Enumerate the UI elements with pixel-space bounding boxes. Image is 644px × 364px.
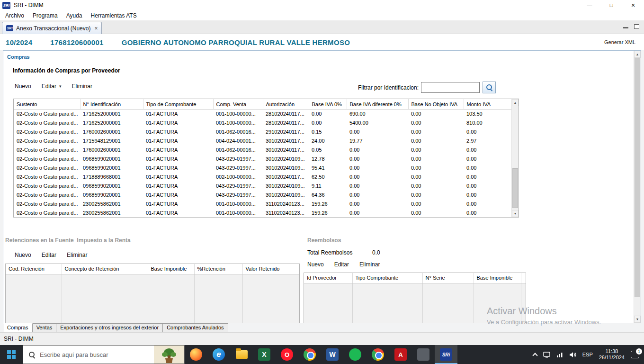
chrome-2-taskbar-button[interactable] — [367, 345, 389, 364]
tab-comprobantes-anulados[interactable]: Comprobantes Anulados — [163, 323, 228, 332]
eliminar-button[interactable]: Eliminar — [72, 83, 92, 90]
file-explorer-taskbar-button[interactable] — [230, 345, 253, 364]
panel-scrollbar[interactable]: ▲ ▼ — [634, 51, 641, 323]
menu-archivo[interactable]: Archivo — [1, 11, 28, 20]
table-row[interactable]: 02-Costo o Gasto para d...17600026000010… — [14, 127, 512, 136]
table-cell: 002-100-00000... — [213, 172, 263, 181]
maximize-view-icon[interactable] — [634, 24, 639, 29]
column-header[interactable]: Base IVA diferente 0% — [347, 99, 408, 109]
table-row[interactable]: 02-Costo o Gasto para d...17159481290010… — [14, 136, 512, 145]
filter-search-button[interactable] — [483, 82, 496, 93]
tab-close-icon[interactable]: × — [94, 25, 98, 32]
acrobat-icon: A — [394, 348, 407, 361]
table-cell: 02-Costo o Gasto para d... — [14, 199, 80, 208]
scrollbar-thumb[interactable] — [635, 58, 640, 297]
volume-icon[interactable] — [569, 352, 576, 358]
column-header[interactable]: Valor Retenido — [242, 264, 300, 274]
tab-anexo-transaccional[interactable]: SRi Anexo Transaccional (Nuevo) × — [2, 22, 102, 34]
tray-expand-icon[interactable] — [532, 353, 537, 358]
table-cell: 01-FACTURA — [143, 127, 213, 136]
word-taskbar-button[interactable]: W — [321, 345, 344, 364]
minimize-view-icon[interactable] — [623, 27, 628, 28]
search-highlight-image[interactable] — [154, 346, 184, 364]
edge-taskbar-button[interactable]: e — [207, 345, 230, 364]
nuevo-button[interactable]: Nuevo — [307, 261, 324, 268]
generate-xml-button[interactable]: Generar XML — [604, 39, 635, 45]
column-header[interactable]: N° Serie — [422, 273, 474, 283]
editar-button[interactable]: Editar ▾ — [42, 83, 62, 90]
clock[interactable]: 11:38 26/11/2024 — [599, 348, 625, 361]
column-header[interactable]: Base Imponible — [148, 264, 194, 274]
nuevo-button[interactable]: Nuevo — [15, 83, 31, 90]
sri-dimm-taskbar-button[interactable]: SRi — [435, 345, 457, 364]
table-row[interactable]: 02-Costo o Gasto para d...09685990200010… — [14, 163, 512, 172]
table-row[interactable]: 02-Costo o Gasto para d...17162520000010… — [14, 118, 512, 127]
menu-programa[interactable]: Programa — [28, 11, 62, 20]
menu-herramientas-ats[interactable]: Herramientas ATS — [87, 11, 141, 20]
compras-table-scrollbar[interactable]: ▲ ▼ — [511, 99, 519, 217]
column-header[interactable]: Monto IVA — [464, 99, 512, 109]
editar-button[interactable]: Editar — [334, 261, 349, 268]
column-header[interactable]: Cod. Retención — [6, 264, 62, 274]
table-cell: 0.00 — [464, 145, 512, 154]
filter-input[interactable] — [421, 82, 480, 93]
column-header[interactable]: Base IVA 0% — [309, 99, 347, 109]
start-button[interactable] — [0, 345, 23, 364]
spotify-taskbar-button[interactable] — [344, 345, 367, 364]
network-icon[interactable] — [556, 352, 563, 358]
close-button[interactable]: × — [622, 0, 644, 10]
table-row[interactable]: 02-Costo o Gasto para d...09685990200010… — [14, 154, 512, 163]
taskbar-search[interactable]: Escribe aquí para buscar — [23, 345, 185, 364]
scroll-down-icon[interactable]: ▼ — [512, 210, 519, 217]
column-header[interactable]: Autorización — [263, 99, 309, 109]
column-header[interactable]: Base Imponible — [474, 273, 521, 283]
column-header[interactable]: Tipo Comprobante — [352, 273, 422, 283]
nuevo-button[interactable]: Nuevo — [15, 252, 31, 258]
table-row[interactable]: 02-Costo o Gasto para d...17162520000010… — [14, 109, 512, 118]
table-row[interactable]: 02-Costo o Gasto para d...17600026000010… — [14, 145, 512, 154]
table-cell: 159.26 — [309, 199, 347, 208]
column-header[interactable]: Sustento — [14, 99, 80, 109]
editar-button[interactable]: Editar — [42, 252, 56, 258]
menu-bar: Archivo Programa Ayuda Herramientas ATS — [0, 10, 644, 20]
table-row[interactable]: 02-Costo o Gasto para d...09685990200010… — [14, 190, 512, 199]
table-row[interactable]: 02-Costo o Gasto para d...09685990200010… — [14, 181, 512, 190]
table-row[interactable]: 02-Costo o Gasto para d...23002558620010… — [14, 208, 512, 217]
table-cell: 0.00 — [464, 172, 512, 181]
column-header[interactable]: %Retención — [194, 264, 242, 274]
column-header[interactable]: Tipo de Comprobante — [143, 99, 213, 109]
language-indicator[interactable]: ESP — [582, 352, 593, 357]
column-header[interactable]: Base No Objeto IVA — [408, 99, 464, 109]
acrobat-taskbar-button[interactable]: A — [389, 345, 412, 364]
eliminar-button[interactable]: Eliminar — [359, 261, 380, 268]
scroll-down-icon[interactable]: ▼ — [634, 316, 641, 323]
firefox-taskbar-button[interactable] — [185, 345, 207, 364]
opera-taskbar-button[interactable]: O — [276, 345, 298, 364]
chrome-taskbar-button[interactable] — [298, 345, 321, 364]
maximize-button[interactable]: □ — [600, 0, 622, 10]
word-icon: W — [326, 348, 339, 361]
editar-label: Editar — [42, 83, 56, 90]
tab-exportaciones[interactable]: Exportaciones y otros ingresos del exter… — [56, 323, 163, 332]
pc-icon[interactable] — [543, 351, 550, 358]
column-header[interactable]: Id Proveedor — [304, 273, 352, 283]
column-header[interactable]: Concepto de Retención — [62, 264, 148, 274]
table-cell: 0.00 — [464, 127, 512, 136]
column-header[interactable]: Comp. Venta — [213, 99, 263, 109]
scroll-up-icon[interactable]: ▲ — [512, 99, 519, 106]
table-cell: 0.00 — [347, 163, 408, 172]
table-cell: 5400.00 — [347, 118, 408, 127]
tab-compras[interactable]: Compras — [3, 323, 33, 332]
tab-ventas[interactable]: Ventas — [33, 323, 57, 332]
menu-ayuda[interactable]: Ayuda — [62, 11, 87, 20]
excel-taskbar-button[interactable]: X — [253, 345, 276, 364]
eliminar-button[interactable]: Eliminar — [67, 252, 87, 258]
column-header[interactable]: N° Identificación — [80, 99, 143, 109]
table-row[interactable]: 02-Costo o Gasto para d...23002558620010… — [14, 199, 512, 208]
notification-center-icon[interactable]: 1 — [631, 351, 639, 358]
table-row[interactable]: 02-Costo o Gasto para d...17188896680010… — [14, 172, 512, 181]
minimize-button[interactable]: — — [579, 0, 600, 10]
scroll-up-icon[interactable]: ▲ — [634, 51, 641, 58]
generic-app-taskbar-button[interactable] — [412, 345, 435, 364]
scrollbar-thumb[interactable] — [512, 168, 518, 208]
